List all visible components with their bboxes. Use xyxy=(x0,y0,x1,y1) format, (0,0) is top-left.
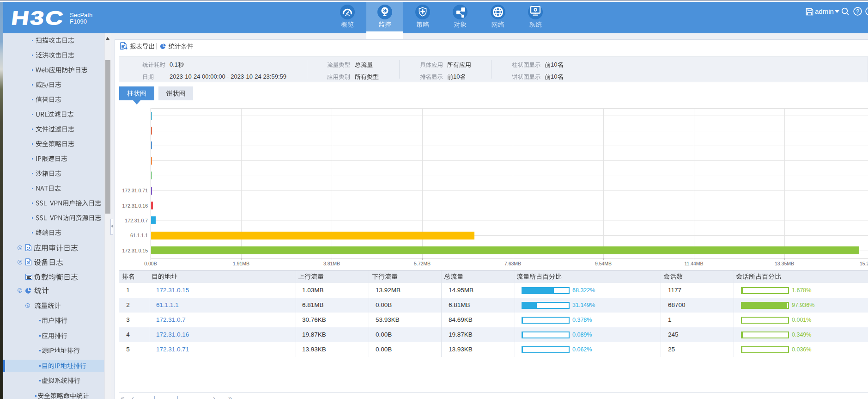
svg-text:?: ? xyxy=(856,8,859,15)
